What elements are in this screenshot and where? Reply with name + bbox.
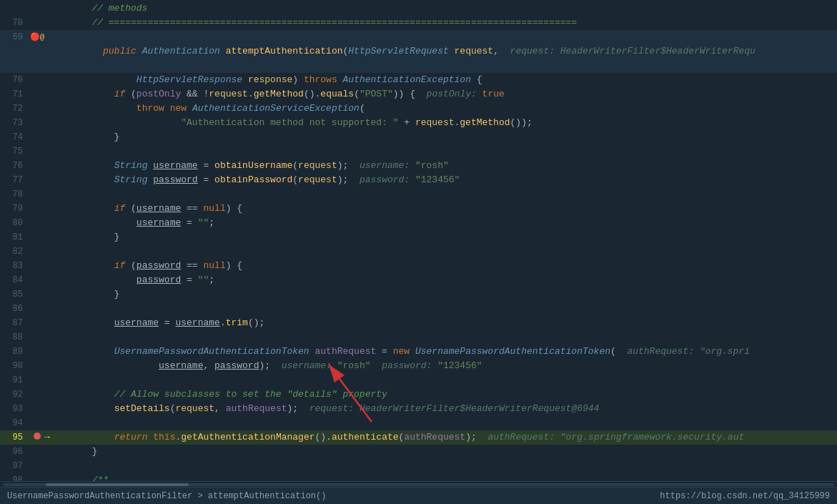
table-row: 75 [0, 144, 837, 159]
table-row: 92 // Allow subclasses to set the "detai… [0, 387, 837, 402]
line-number: 69 [0, 30, 30, 44]
line-number: 90 [0, 359, 30, 373]
line-content [44, 187, 837, 202]
line-content [44, 302, 837, 316]
scrollbar-container[interactable] [0, 481, 837, 487]
line-content: // Allow subclasses to set the "details"… [44, 387, 837, 402]
table-row: 86 [0, 302, 837, 316]
table-row: 76 String username = obtainUsername(requ… [0, 159, 837, 173]
table-row: 81 } [0, 230, 837, 244]
table-row: 94 [0, 416, 837, 430]
table-row: // methods [0, 1, 837, 16]
line-number: 76 [0, 159, 30, 173]
scrollbar-thumb[interactable] [46, 483, 189, 486]
line-content: if (postOnly && !request.getMethod().equ… [44, 87, 837, 102]
line-gutter [30, 433, 44, 440]
line-number: 80 [0, 216, 30, 230]
table-row: 85 } [0, 287, 837, 302]
line-content: if (username == null) { [44, 202, 837, 216]
line-content [44, 144, 837, 159]
line-number: 81 [0, 230, 30, 244]
table-row: 96 } [0, 445, 837, 459]
table-row: 88 [0, 330, 837, 345]
line-content [44, 244, 837, 259]
line-content [44, 459, 837, 473]
line-number: 84 [0, 273, 30, 287]
line-content: } [44, 287, 837, 302]
editor-container: // methods 70 // =======================… [0, 0, 837, 504]
line-content: username, password); username: "rosh" pa… [44, 359, 837, 373]
line-content: throw new AuthenticationServiceException… [44, 102, 837, 116]
breadcrumb: UsernamePasswordAuthenticationFilter > a… [7, 491, 326, 501]
line-content: username = username.trim(); [44, 316, 837, 330]
table-row: 69 🔴@ public Authentication attemptAuthe… [0, 30, 837, 73]
line-number: 93 [0, 402, 30, 416]
line-number: 70 [0, 73, 30, 87]
line-number: 73 [0, 116, 30, 130]
line-content [44, 330, 837, 345]
line-number: 79 [0, 202, 30, 216]
line-content: public Authentication attemptAuthenticat… [44, 30, 837, 73]
table-row: 71 if (postOnly && !request.getMethod().… [0, 87, 837, 102]
line-number: 91 [0, 373, 30, 387]
table-row: 78 [0, 187, 837, 202]
line-number: 75 [0, 144, 30, 159]
line-content: // methods [44, 1, 837, 16]
table-row: 84 password = ""; [0, 273, 837, 287]
line-number: 82 [0, 244, 30, 259]
line-gutter: 🔴@ [30, 30, 44, 44]
line-content: username = ""; [44, 216, 837, 230]
line-content: /** [44, 473, 837, 481]
code-area[interactable]: // methods 70 // =======================… [0, 0, 837, 481]
line-content: "Authentication method not supported: " … [44, 116, 837, 130]
line-number: 78 [0, 187, 30, 202]
line-number: 74 [0, 130, 30, 144]
code-lines: // methods 70 // =======================… [0, 0, 837, 481]
line-content: } [44, 445, 837, 459]
table-row: 80 username = ""; [0, 216, 837, 230]
line-number: 87 [0, 316, 30, 330]
line-content: String password = obtainPassword(request… [44, 173, 837, 187]
line-number: 72 [0, 102, 30, 116]
line-number: 85 [0, 287, 30, 302]
debug-marker: 🔴@ [30, 30, 45, 44]
table-row: 95 return this.getAuthenticationManager(… [0, 430, 837, 445]
line-content: password = ""; [44, 273, 837, 287]
line-content: String username = obtainUsername(request… [44, 159, 837, 173]
line-number: 88 [0, 330, 30, 345]
table-row: 87 username = username.trim(); [0, 316, 837, 330]
line-content [44, 416, 837, 430]
line-number: 92 [0, 387, 30, 402]
table-row: 77 String password = obtainPassword(requ… [0, 173, 837, 187]
table-row: 91 [0, 373, 837, 387]
table-row: 70 // ==================================… [0, 16, 837, 30]
table-row: 90 username, password); username: "rosh"… [0, 359, 837, 373]
line-content: } [44, 230, 837, 244]
table-row: 93 setDetails(request, authRequest); req… [0, 402, 837, 416]
status-bar: UsernamePasswordAuthenticationFilter > a… [0, 487, 837, 504]
line-number: 77 [0, 173, 30, 187]
line-number: 70 [0, 16, 30, 30]
line-content: if (password == null) { [44, 259, 837, 273]
line-content: } [44, 130, 837, 144]
table-row: 97 [0, 459, 837, 473]
line-number: 95 [0, 430, 30, 445]
table-row: 98 /** [0, 473, 837, 481]
table-row: 83 if (password == null) { [0, 259, 837, 273]
line-number: 97 [0, 459, 30, 473]
line-content: return this.getAuthenticationManager().a… [44, 430, 837, 445]
line-number: 94 [0, 416, 30, 430]
table-row: 89 UsernamePasswordAuthenticationToken a… [0, 345, 837, 359]
table-row: 82 [0, 244, 837, 259]
table-row: 74 } [0, 130, 837, 144]
line-content: setDetails(request, authRequest); reques… [44, 402, 837, 416]
status-url: https://blog.csdn.net/qq_34125999 [660, 491, 830, 501]
line-content: UsernamePasswordAuthenticationToken auth… [44, 345, 837, 359]
breakpoint [34, 433, 41, 440]
line-number: 71 [0, 87, 30, 102]
line-number: 86 [0, 302, 30, 316]
line-number: 96 [0, 445, 30, 459]
table-row: 70 HttpServletResponse response) throws … [0, 73, 837, 87]
line-number: 83 [0, 259, 30, 273]
scrollbar-track[interactable] [3, 483, 834, 486]
